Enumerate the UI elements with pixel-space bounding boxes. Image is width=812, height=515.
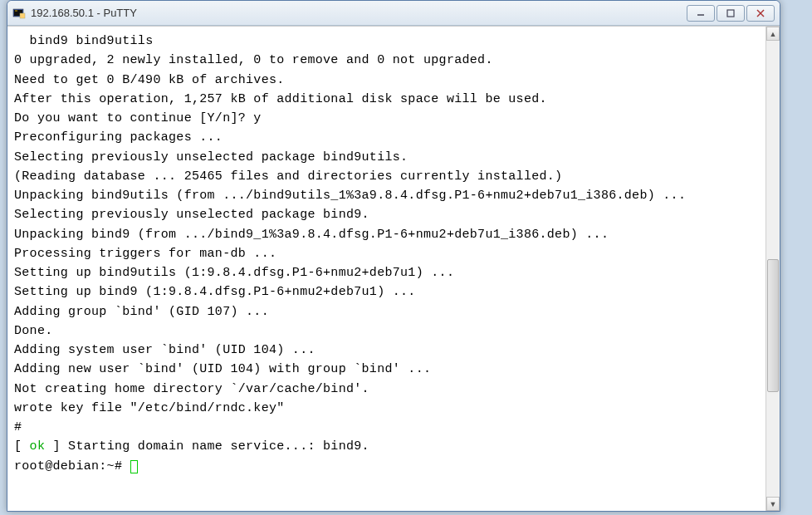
- terminal-line: Unpacking bind9utils (from .../bind9util…: [14, 189, 686, 203]
- prompt: root@debian:~#: [14, 459, 130, 473]
- minimize-button[interactable]: [687, 5, 715, 22]
- terminal-line: Adding system user `bind' (UID 104) ...: [14, 343, 316, 357]
- status-text: ] Starting domain name service...: bind9…: [45, 439, 369, 454]
- status-bracket: [: [14, 439, 30, 454]
- window-title: 192.168.50.1 - PuTTY: [31, 7, 687, 19]
- terminal-line: Unpacking bind9 (from .../bind9_1%3a9.8.…: [14, 228, 609, 242]
- terminal-line: #: [14, 420, 22, 434]
- cursor: [130, 460, 138, 473]
- terminal-line: Setting up bind9 (1:9.8.4.dfsg.P1-6+nmu2…: [14, 285, 416, 299]
- terminal-area: bind9 bind9utils 0 upgraded, 2 newly ins…: [7, 26, 780, 511]
- terminal-line: Done.: [14, 324, 53, 338]
- terminal-line: wrote key file "/etc/bind/rndc.key": [14, 401, 285, 415]
- scrollbar[interactable]: ▲ ▼: [766, 27, 780, 511]
- terminal-line: Selecting previously unselected package …: [14, 208, 369, 222]
- terminal-line: Adding group `bind' (GID 107) ...: [14, 305, 269, 319]
- scroll-thumb[interactable]: [767, 259, 779, 392]
- putty-window: 192.168.50.1 - PuTTY bind9 bind9utils 0 …: [7, 0, 780, 512]
- terminal-line: Processing triggers for man-db ...: [14, 247, 276, 261]
- terminal-line: 0 upgraded, 2 newly installed, 0 to remo…: [14, 53, 493, 67]
- titlebar[interactable]: 192.168.50.1 - PuTTY: [7, 1, 780, 26]
- terminal-line: bind9 bind9utils: [14, 34, 153, 48]
- scroll-down-button[interactable]: ▼: [766, 497, 780, 511]
- terminal-line: After this operation, 1,257 kB of additi…: [14, 92, 547, 106]
- svg-rect-2: [20, 13, 25, 18]
- terminal-line: (Reading database ... 25465 files and di…: [14, 169, 562, 184]
- putty-icon: [12, 7, 26, 20]
- terminal-line: Setting up bind9utils (1:9.8.4.dfsg.P1-6…: [14, 266, 454, 280]
- terminal-line: Not creating home directory `/var/cache/…: [14, 382, 369, 396]
- window-controls: [687, 5, 775, 22]
- terminal-line: Selecting previously unselected package …: [14, 150, 408, 164]
- scroll-up-button[interactable]: ▲: [766, 27, 780, 41]
- terminal-line: Preconfiguring packages ...: [14, 130, 223, 145]
- terminal-line: Adding new user `bind' (UID 104) with gr…: [14, 362, 431, 376]
- status-ok: ok: [30, 439, 46, 454]
- svg-rect-5: [727, 10, 734, 17]
- maximize-button[interactable]: [717, 5, 745, 22]
- terminal-line: Need to get 0 B/490 kB of archives.: [14, 73, 285, 87]
- terminal-line: Do you want to continue [Y/n]? y: [14, 111, 262, 125]
- close-button[interactable]: [746, 5, 775, 22]
- terminal[interactable]: bind9 bind9utils 0 upgraded, 2 newly ins…: [7, 27, 766, 511]
